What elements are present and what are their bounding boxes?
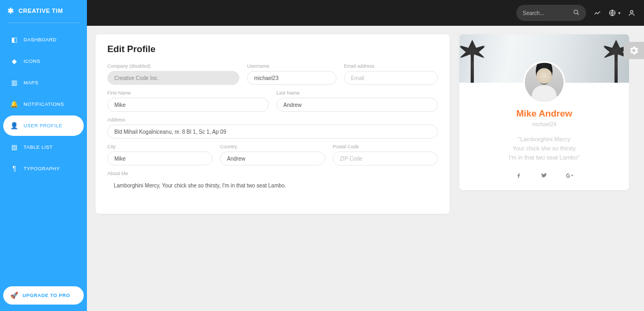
sidebar-item-label: TABLE LIST	[24, 144, 53, 150]
sidebar-item-maps[interactable]: ▥ MAPS	[3, 73, 84, 93]
typography-icon: ¶	[11, 165, 18, 172]
input-first-name[interactable]	[107, 98, 269, 112]
label-last-name: Last Name	[276, 90, 438, 96]
sidebar-item-table-list[interactable]: ▤ TABLE LIST	[3, 137, 84, 157]
sidebar: ✱ CREATIVE TIM ◧ DASHBOARD ◆ ICONS ▥ MAP…	[0, 0, 87, 311]
sidebar-item-label: TYPOGRAPHY	[24, 166, 60, 171]
search-input[interactable]	[523, 10, 571, 16]
account-icon[interactable]	[628, 9, 635, 17]
field-city: City	[107, 144, 213, 165]
svg-point-3	[631, 10, 633, 13]
profile-avatar[interactable]	[523, 61, 565, 103]
field-postal: Postal Code	[333, 144, 438, 165]
profile-socials	[459, 172, 629, 180]
sidebar-divider	[8, 23, 79, 23]
icons-icon: ◆	[11, 57, 18, 65]
label-about: About Me	[107, 171, 438, 176]
field-last-name: Last Name	[276, 90, 438, 112]
content: Edit Profile Company (disabled) Username…	[87, 26, 644, 311]
field-company: Company (disabled)	[107, 63, 239, 85]
facebook-icon[interactable]	[515, 172, 522, 180]
table-icon: ▤	[11, 143, 18, 151]
brand-logo-icon: ✱	[8, 6, 14, 15]
upgrade-wrap: 🚀 UPGRADE TO PRO	[0, 280, 87, 311]
label-city: City	[107, 144, 213, 149]
sidebar-item-label: USER PROFILE	[24, 123, 62, 128]
input-country[interactable]	[220, 151, 325, 165]
rocket-icon: 🚀	[11, 292, 18, 299]
twitter-icon[interactable]	[540, 172, 547, 180]
label-company: Company (disabled)	[107, 63, 239, 69]
profile-name: Mike Andrew	[459, 109, 629, 119]
field-email: Email address	[344, 63, 438, 85]
field-username: Username	[247, 63, 336, 85]
input-last-name[interactable]	[276, 98, 438, 112]
banner-deco-left	[459, 37, 488, 83]
profile-card: Mike Andrew michael24 "Lamborghini Mercy…	[459, 34, 629, 190]
chevron-down-icon: ▾	[618, 11, 620, 16]
input-company	[107, 71, 239, 85]
field-address: Address	[107, 117, 438, 139]
input-city[interactable]	[107, 151, 213, 165]
user-icon: 👤	[11, 122, 18, 129]
sidebar-item-dashboard[interactable]: ◧ DASHBOARD	[3, 30, 84, 50]
globe-dropdown[interactable]: ▾	[609, 9, 620, 17]
sidebar-item-notifications[interactable]: 🔔 NOTIFICATIONS	[3, 94, 84, 114]
svg-point-0	[574, 10, 578, 13]
settings-fab[interactable]	[624, 42, 644, 59]
field-about: About Me	[107, 171, 438, 192]
label-country: Country	[220, 144, 325, 149]
upgrade-label: UPGRADE TO PRO	[23, 293, 70, 298]
sidebar-item-label: MAPS	[24, 80, 39, 85]
label-first-name: First Name	[107, 90, 269, 96]
quote-line: I'm in that two seat Lambo"	[474, 153, 614, 162]
sidebar-item-icons[interactable]: ◆ ICONS	[3, 51, 84, 71]
bell-icon: 🔔	[11, 100, 18, 108]
svg-line-1	[577, 13, 579, 15]
upgrade-to-pro-button[interactable]: 🚀 UPGRADE TO PRO	[3, 286, 84, 305]
input-username[interactable]	[247, 71, 336, 85]
quote-line: Your chick she so thirsty	[474, 144, 614, 153]
brand-name: CREATIVE TIM	[19, 8, 63, 14]
sidebar-item-user-profile[interactable]: 👤 USER PROFILE	[3, 115, 84, 136]
edit-profile-card: Edit Profile Company (disabled) Username…	[96, 34, 450, 214]
profile-username: michael24	[459, 121, 629, 127]
stats-icon[interactable]	[594, 9, 601, 17]
field-first-name: First Name	[107, 90, 269, 112]
maps-icon: ▥	[11, 79, 18, 86]
label-postal: Postal Code	[333, 144, 438, 149]
edit-profile-title: Edit Profile	[107, 44, 438, 55]
label-username: Username	[247, 63, 336, 69]
brand[interactable]: ✱ CREATIVE TIM	[0, 0, 87, 23]
search-box[interactable]	[516, 5, 586, 21]
sidebar-item-label: DASHBOARD	[24, 37, 57, 42]
input-about[interactable]	[107, 178, 438, 192]
input-postal[interactable]	[333, 151, 438, 165]
sidebar-item-label: NOTIFICATIONS	[24, 102, 64, 107]
sidebar-item-label: ICONS	[24, 59, 40, 64]
field-country: Country	[220, 144, 325, 165]
input-email[interactable]	[344, 71, 438, 85]
topbar: ▾	[87, 0, 644, 26]
google-plus-icon[interactable]	[566, 172, 574, 180]
gear-icon	[629, 46, 639, 55]
label-address: Address	[107, 117, 438, 122]
quote-line: "Lamborghini Mercy	[474, 135, 614, 144]
sidebar-nav: ◧ DASHBOARD ◆ ICONS ▥ MAPS 🔔 NOTIFICATIO…	[0, 27, 87, 280]
sidebar-item-typography[interactable]: ¶ TYPOGRAPHY	[3, 158, 84, 179]
profile-quote: "Lamborghini Mercy Your chick she so thi…	[459, 135, 629, 162]
dashboard-icon: ◧	[11, 36, 18, 44]
label-email: Email address	[344, 63, 438, 69]
input-address[interactable]	[107, 125, 438, 139]
search-icon[interactable]	[573, 9, 580, 17]
